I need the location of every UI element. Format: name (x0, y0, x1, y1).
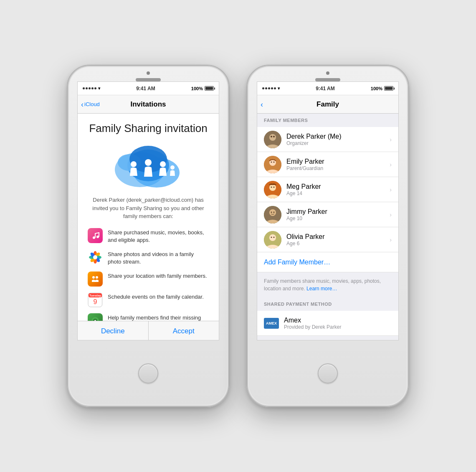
nav-title-1: Invitations (130, 100, 166, 109)
svg-point-32 (273, 136, 275, 137)
status-left-1: ▾ (83, 86, 100, 91)
svg-point-31 (271, 136, 272, 137)
iphone-1: ▾ 9:41 AM 100% ‹ iCloud Invitations (67, 65, 230, 407)
battery-percent-2: 100% (371, 86, 382, 91)
feature-text-photos: Share photos and videos in a family phot… (108, 250, 209, 266)
member-name-olivia: Olivia Parker (286, 233, 385, 241)
camera-1 (147, 71, 150, 75)
svg-point-42 (269, 209, 276, 216)
feature-item-music: Share purchased music, movies, books, an… (88, 228, 209, 244)
member-item-emily[interactable]: Emily Parker Parent/Guardian › (257, 152, 398, 177)
family-description: Family members share music, movies, apps… (257, 272, 398, 297)
member-name-derek: Derek Parker (Me) (286, 133, 385, 140)
home-button-1[interactable] (138, 363, 158, 383)
svg-point-30 (269, 134, 276, 141)
nav-bar-2: ‹ Family (257, 95, 398, 114)
avatar-derek (264, 131, 281, 148)
svg-point-46 (269, 234, 276, 241)
iphone-top-2 (247, 66, 408, 81)
iphone-top-1 (68, 66, 229, 81)
status-time-1: 9:41 AM (136, 86, 155, 91)
svg-point-48 (273, 236, 275, 238)
invite-description: Derek Parker (derek_parker@icloud.com) h… (88, 196, 209, 221)
bottom-actions: Decline Accept (78, 321, 219, 340)
invite-screen: Family Sharing invitation (78, 114, 219, 340)
member-item-derek[interactable]: Derek Parker (Me) Organizer › (257, 127, 398, 152)
iphone-bottom-1 (138, 340, 158, 406)
photos-icon (88, 250, 103, 265)
feature-text-music: Share purchased music, movies, books, an… (108, 228, 209, 244)
member-item-meg[interactable]: Meg Parker Age 14 › (257, 177, 398, 202)
chevron-left-icon-1: ‹ (81, 101, 84, 108)
back-button-2[interactable]: ‹ (261, 101, 263, 108)
status-bar-2: ▾ 9:41 AM 100% (257, 82, 398, 95)
member-role-emily: Parent/Guardian (286, 165, 385, 171)
member-role-meg: Age 14 (286, 190, 385, 196)
payment-info: Amex Provided by Derek Parker (284, 317, 392, 330)
member-name-emily: Emily Parker (286, 158, 385, 165)
nav-bar-1: ‹ iCloud Invitations (78, 95, 219, 114)
learn-more-link[interactable]: Learn more… (306, 286, 337, 292)
svg-point-20 (92, 276, 95, 279)
wifi-icon-1: ▾ (98, 86, 100, 91)
screen-2: ▾ 9:41 AM 100% ‹ Family (257, 81, 399, 340)
payment-header-label: SHARED PAYMENT METHOD (264, 302, 332, 307)
speaker-1 (136, 78, 161, 81)
home-button-2[interactable] (318, 363, 338, 383)
amex-text: AMEX (266, 321, 277, 325)
svg-point-5 (131, 161, 137, 167)
feature-item-calendar: Tuesday 9 Schedule events on the family … (88, 292, 209, 307)
payment-section: SHARED PAYMENT METHOD AMEX Amex Provided… (257, 297, 398, 340)
member-item-olivia[interactable]: Olivia Parker Age 6 › (257, 227, 398, 252)
avatar-emily (264, 156, 281, 173)
svg-point-35 (271, 161, 272, 162)
battery-icon-2 (384, 86, 393, 91)
back-button-1[interactable]: ‹ iCloud (81, 101, 100, 108)
avatar-jimmy (264, 206, 281, 223)
accept-button[interactable]: Accept (149, 321, 219, 340)
svg-point-43 (271, 211, 272, 213)
invite-content: Family Sharing invitation (78, 114, 219, 340)
member-role-derek: Organizer (286, 140, 385, 146)
chevron-left-icon-2: ‹ (261, 101, 263, 108)
status-right-2: 100% (371, 86, 393, 91)
chevron-emily: › (390, 161, 392, 168)
svg-point-47 (271, 236, 272, 238)
screen-1: ▾ 9:41 AM 100% ‹ iCloud Invitations (77, 81, 219, 340)
chevron-derek: › (390, 136, 392, 143)
member-info-emily: Emily Parker Parent/Guardian (286, 158, 385, 171)
svg-point-21 (96, 276, 98, 279)
member-info-meg: Meg Parker Age 14 (286, 183, 385, 196)
battery-fill-1 (205, 87, 213, 90)
member-role-jimmy: Age 10 (286, 216, 385, 221)
svg-point-38 (269, 184, 276, 191)
svg-point-19 (93, 255, 97, 259)
decline-button[interactable]: Decline (78, 321, 149, 340)
payment-provided-by: Provided by Derek Parker (284, 324, 392, 330)
battery-fill-2 (385, 87, 392, 90)
iphone-bottom-2 (318, 340, 338, 406)
members-list: Derek Parker (Me) Organizer › (257, 127, 398, 252)
payment-name: Amex (284, 317, 392, 324)
member-info-jimmy: Jimmy Parker Age 10 (286, 208, 385, 221)
chevron-jimmy: › (390, 211, 392, 218)
family-icon-container (88, 142, 209, 188)
music-icon (88, 228, 103, 243)
payment-item[interactable]: AMEX Amex Provided by Derek Parker (257, 311, 398, 336)
amex-card-icon: AMEX (264, 318, 279, 329)
add-member-button[interactable]: Add Family Member… (257, 252, 398, 272)
svg-point-7 (160, 161, 166, 167)
chevron-olivia: › (390, 236, 392, 243)
battery-icon-1 (205, 86, 214, 91)
member-item-jimmy[interactable]: Jimmy Parker Age 10 › (257, 202, 398, 227)
signal-dots-1 (83, 87, 96, 89)
family-cloud-svg (111, 142, 186, 188)
speaker-2 (315, 78, 340, 81)
member-name-meg: Meg Parker (286, 183, 385, 190)
battery-percent-1: 100% (191, 86, 203, 91)
family-content: FAMILY MEMBERS (257, 114, 398, 340)
svg-point-36 (273, 161, 275, 162)
avatar-olivia (264, 231, 281, 249)
feature-item-photos: Share photos and videos in a family phot… (88, 250, 209, 266)
feature-list: Share purchased music, movies, books, an… (88, 228, 209, 330)
